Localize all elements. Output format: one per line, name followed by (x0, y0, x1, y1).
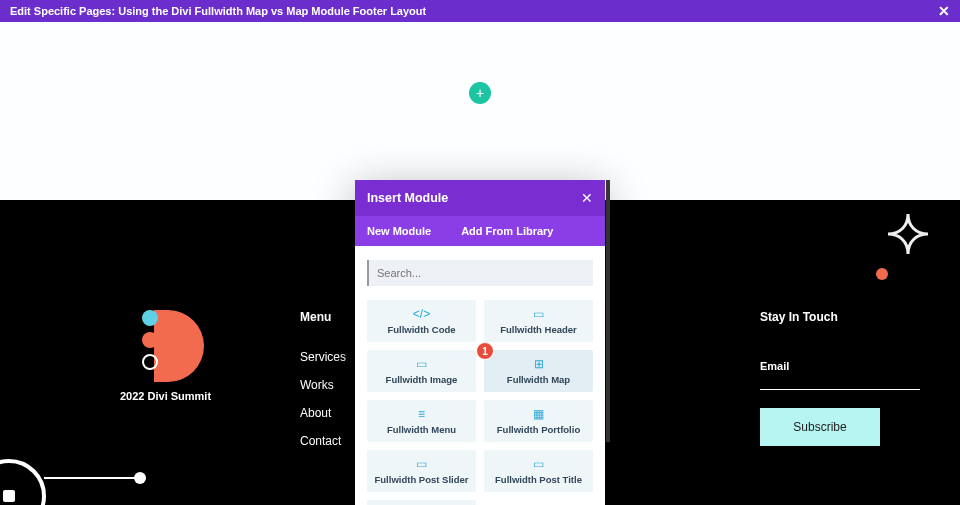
close-editor-button[interactable]: ✕ (938, 3, 950, 19)
email-label: Email (760, 360, 920, 372)
module-fullwidth-post-title[interactable]: ▭ Fullwidth Post Title (484, 450, 593, 492)
module-fullwidth-header[interactable]: ▭ Fullwidth Header (484, 300, 593, 342)
line-decoration-icon (44, 477, 140, 479)
tab-new-module[interactable]: New Module (367, 225, 431, 237)
logo-column: 2022 Divi Summit (120, 310, 240, 462)
menu-icon: ≡ (418, 407, 425, 421)
orange-dot-icon (876, 268, 888, 280)
module-label: Fullwidth Code (387, 324, 455, 335)
email-input[interactable] (760, 374, 920, 390)
module-peek-next[interactable]: </> (367, 500, 476, 505)
module-fullwidth-code[interactable]: </> Fullwidth Code (367, 300, 476, 342)
page-title: Edit Specific Pages: Using the Divi Full… (10, 5, 938, 17)
module-fullwidth-post-slider[interactable]: ▭ Fullwidth Post Slider (367, 450, 476, 492)
stay-in-touch-heading: Stay In Touch (760, 310, 920, 324)
module-label: Fullwidth Post Slider (375, 474, 469, 485)
map-icon: ⊞ (534, 357, 544, 371)
modal-body: </> Fullwidth Code ▭ Fullwidth Header ▭ … (355, 246, 605, 505)
modal-header: Insert Module ✕ (355, 180, 605, 216)
step-badge: 1 (476, 342, 494, 360)
header-icon: ▭ (533, 307, 544, 321)
module-label: Fullwidth Header (500, 324, 577, 335)
canvas-upper-section: + + (0, 22, 960, 200)
module-fullwidth-image[interactable]: ▭ Fullwidth Image (367, 350, 476, 392)
tab-add-from-library[interactable]: Add From Library (461, 225, 553, 237)
modal-title: Insert Module (367, 191, 581, 205)
insert-module-modal: Insert Module ✕ New Module Add From Libr… (355, 180, 605, 505)
module-search-input[interactable] (367, 260, 593, 286)
module-label: Fullwidth Menu (387, 424, 456, 435)
footer-subscribe-column: Stay In Touch Email Subscribe (760, 310, 920, 462)
module-label: Fullwidth Portfolio (497, 424, 580, 435)
editor-top-bar: Edit Specific Pages: Using the Divi Full… (0, 0, 960, 22)
footer-logo (130, 310, 210, 382)
logo-caption: 2022 Divi Summit (120, 390, 240, 402)
post-slider-icon: ▭ (416, 457, 427, 471)
subscribe-button[interactable]: Subscribe (760, 408, 880, 446)
module-grid: </> Fullwidth Code ▭ Fullwidth Header ▭ … (367, 300, 593, 505)
module-fullwidth-menu[interactable]: ≡ Fullwidth Menu (367, 400, 476, 442)
close-modal-button[interactable]: ✕ (581, 190, 593, 206)
modal-scrollbar[interactable] (606, 180, 610, 442)
add-row-button[interactable]: + (469, 82, 491, 104)
image-icon: ▭ (416, 357, 427, 371)
module-label: Fullwidth Map (507, 374, 570, 385)
module-fullwidth-portfolio[interactable]: ▦ Fullwidth Portfolio (484, 400, 593, 442)
module-label: Fullwidth Image (386, 374, 458, 385)
module-fullwidth-map[interactable]: 1 ⊞ Fullwidth Map (484, 350, 593, 392)
module-label: Fullwidth Post Title (495, 474, 582, 485)
post-title-icon: ▭ (533, 457, 544, 471)
star-decoration-icon (886, 212, 930, 256)
code-icon: </> (413, 307, 430, 321)
circle-decoration-icon (0, 459, 46, 505)
portfolio-icon: ▦ (533, 407, 544, 421)
modal-tabs: New Module Add From Library (355, 216, 605, 246)
